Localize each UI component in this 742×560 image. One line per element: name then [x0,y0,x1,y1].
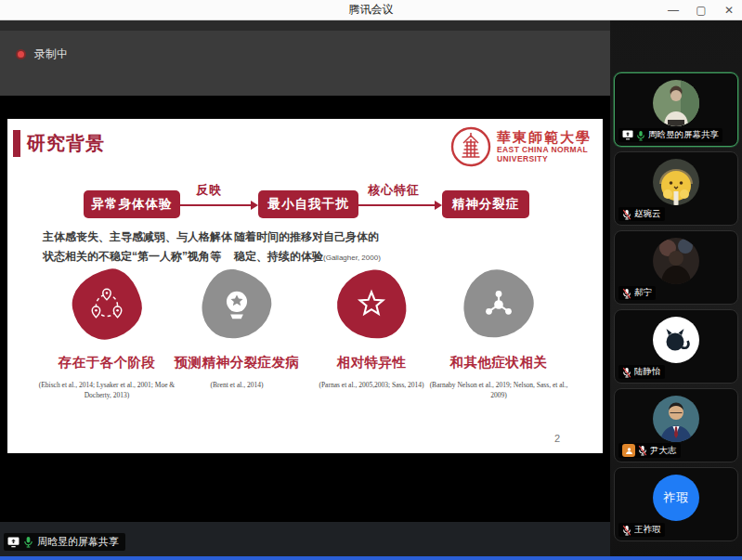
participant-tile[interactable]: 祚瑕 王祚瑕 [614,467,738,541]
participant-label: 郝宁 [618,286,656,300]
feature-other-symptoms: 和其他症状相关 (Barnaby Nelson et al., 2019; Ne… [429,270,568,401]
feature-citation: (Parnas et al., 2005,2003; Sass, 2014) [319,380,423,390]
crystal-ball-icon [198,266,276,344]
participant-tile[interactable]: 陆静怡 [614,309,738,384]
mic-muted-icon [622,367,631,378]
molecule-icon [457,263,540,346]
taskbar-strip [0,556,742,560]
note-right-line2-text: 稳定、持续的体验 [234,250,323,263]
window-titlebar: 腾讯会议 — ▢ ✕ [0,0,742,20]
university-name-cn: 華東師範大學 [497,130,592,146]
note-left-line2: 状态相关的不稳定“第一人称”视角等 [43,247,238,267]
participant-tile[interactable]: 赵琬云 [614,151,738,226]
mic-on-icon [636,130,645,141]
participant-tile[interactable]: 郝宁 [614,230,738,305]
feature-citation: (Brent et al., 2014) [211,380,264,390]
arrow-right-icon [180,204,256,206]
feature-specificity: 相对特异性 (Parnas et al., 2005,2003; Sass, 2… [302,270,441,390]
participant-label: 陆静怡 [618,365,665,379]
mic-muted-icon [622,525,631,536]
participant-label: 尹大志 [618,443,681,458]
feature-row: 存在于各个阶段 (Ebisch et al., 2014; Lysaker et… [7,270,603,437]
screen-share-banner[interactable]: 周晗昱的屏幕共享 [4,533,125,551]
mic-muted-icon [622,209,631,220]
avatar [653,396,699,442]
university-seal-icon [450,126,491,167]
participant-name: 王祚瑕 [634,524,661,536]
feature-citation: (Barnaby Nelson et al., 2019; Nelson, Sa… [429,380,568,401]
participant-tile[interactable]: 尹大志 [614,388,738,462]
flow-arrow-label-1: 反映 [196,182,222,199]
mic-muted-icon [638,445,647,456]
feature-prediction: 预测精神分裂症发病 (Brent et al., 2014) [167,270,306,390]
maximize-button[interactable]: ▢ [694,0,709,20]
note-right-line1: 随着时间的推移对自己身体的 [234,228,397,247]
university-name-en2: UNIVERSITY [497,155,592,164]
participant-name: 郝宁 [634,287,652,299]
window-controls: — ▢ ✕ [666,0,736,20]
slide-title-row: 研究背景 [13,130,105,157]
slide-page-number: 2 [554,433,560,444]
participant-name: 周晗昱的屏幕共享 [648,129,719,141]
participant-name: 赵琬云 [634,208,661,220]
flow-box-abnormal-body: 异常身体体验 [84,190,180,218]
feature-label: 和其他症状相关 [450,354,548,371]
feature-stages: 存在于各个阶段 (Ebisch et al., 2014; Lysaker et… [37,270,176,401]
avatar [653,317,699,363]
avatar [653,80,699,126]
title-accent-bar [13,130,20,157]
screen-share-banner-label: 周晗昱的屏幕共享 [37,535,119,549]
note-left-line1: 主体感丧失、主导感减弱、与人格解体 [43,228,238,247]
top-strip [0,20,610,31]
member-badge-icon [622,444,635,457]
feature-citation: (Ebisch et al., 2014; Lysaker et al., 20… [37,380,176,401]
minimize-button[interactable]: — [666,0,681,20]
arrow-right-icon [358,204,440,206]
mic-on-icon [23,536,33,548]
participant-tiles: 周晗昱的屏幕共享 赵琬云 郝宁 [610,20,742,541]
university-name: 華東師範大學 EAST CHINA NORMAL UNIVERSITY [497,130,592,164]
avatar [653,238,699,284]
star-icon [333,267,409,342]
feature-label: 相对特异性 [337,354,407,371]
recording-dot-icon [16,49,26,59]
screen-share-icon [622,130,633,140]
avatar [653,159,699,205]
recording-bar: 录制中 [0,31,610,96]
note-left: 主体感丧失、主导感减弱、与人格解体 状态相关的不稳定“第一人称”视角等 [43,228,238,267]
flow-box-minimal-self: 最小自我干扰 [258,190,358,218]
university-logo: 華東師範大學 EAST CHINA NORMAL UNIVERSITY [450,126,592,167]
note-right-citation: (Gallagher, 2000) [323,254,381,262]
flow-arrow-label-2: 核心特征 [368,182,420,199]
close-button[interactable]: ✕ [722,0,736,20]
participant-name: 陆静怡 [634,366,661,378]
note-right-line2: 稳定、持续的体验(Gallagher, 2000) [234,247,397,267]
flow-box-schizophrenia: 精神分裂症 [442,190,529,218]
window-title: 腾讯会议 [349,2,394,18]
participant-name: 尹大志 [650,445,677,457]
slide-title: 研究背景 [27,131,105,156]
feature-label: 存在于各个阶段 [59,354,156,371]
note-right: 随着时间的推移对自己身体的 稳定、持续的体验(Gallagher, 2000) [234,228,397,267]
presentation-slide: 研究背景 華東師範大學 EAST CHINA NORMAL UNIVERSITY… [7,119,603,453]
participant-sidebar: 周晗昱的屏幕共享 赵琬云 郝宁 [610,20,742,560]
recording-label: 录制中 [34,46,68,62]
mic-muted-icon [622,288,631,299]
avatar-initials-text: 祚瑕 [663,489,689,506]
participant-label: 王祚瑕 [618,523,665,537]
recording-indicator[interactable]: 录制中 [16,46,610,62]
participant-label: 周晗昱的屏幕共享 [618,128,722,142]
participant-label: 赵琬云 [618,207,665,221]
avatar: 祚瑕 [653,475,699,521]
participant-tile[interactable]: 周晗昱的屏幕共享 [614,72,738,147]
map-pins-icon [66,264,148,345]
screen-share-icon [7,537,20,548]
shared-screen-area: 录制中 研究背景 華東師範大學 EAST CHINA NORMAL UNIVE [0,20,610,560]
feature-label: 预测精神分裂症发病 [175,354,300,371]
